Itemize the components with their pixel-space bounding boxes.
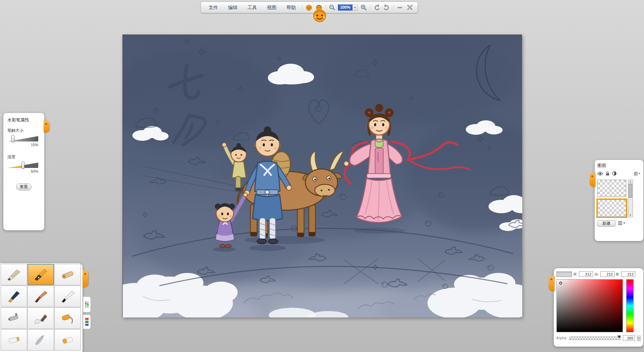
wetness-label: 湿度 [7,154,40,160]
minimize-icon[interactable] [396,3,404,11]
layers-panel: 图层 ▲ ▼ [595,160,643,241]
tool-palette-tab[interactable] [83,270,88,287]
alpha-stepper[interactable]: ▲▼ [637,336,641,341]
tool-pen-nib[interactable] [28,264,54,285]
alpha-handle[interactable] [618,336,621,338]
toolbar-separator [302,4,303,10]
menu-file[interactable]: 文件 [204,2,223,13]
tool-paint-roller[interactable] [54,307,81,329]
tool-paint-tube[interactable] [1,329,27,351]
color-panel-tab[interactable] [549,276,554,291]
brush-properties-panel: 水彩笔属性 笔触大小 15% 湿度 50% 重置 [3,113,44,230]
layer-thumbnail-2[interactable] [597,199,626,217]
layer-options-icon[interactable] [618,221,626,227]
menu-help[interactable]: 帮助 [281,2,301,13]
layers-panel-title: 图层 [597,163,641,169]
brush-panel-title: 水彩笔属性 [7,117,40,123]
alpha-input[interactable] [623,335,635,341]
layers-panel-tab[interactable] [590,173,595,187]
layer-visibility-icon[interactable] [597,171,603,177]
canvas-artwork [123,35,522,317]
new-layer-button[interactable]: 新建 [597,220,615,227]
zoom-level-field[interactable]: 100% [338,4,353,11]
layer-blend-icon[interactable] [612,171,616,177]
tool-paint-brush[interactable] [28,286,54,307]
b-input[interactable] [621,271,635,277]
wetness-slider[interactable] [7,163,38,168]
undo-icon[interactable] [373,3,381,11]
bamboo-brush-tab[interactable] [83,296,91,312]
tool-quill-pen[interactable] [28,329,54,351]
color-chips-tab[interactable] [83,314,91,329]
layer-thumbnail-1[interactable] [597,180,626,197]
layer-menu-icon[interactable] [634,171,641,177]
alpha-slider[interactable] [570,337,621,340]
toolbar-separator [393,4,393,10]
layers-scrollbar[interactable]: ▲ ▼ [628,180,633,217]
saturation-value-picker[interactable] [556,279,623,332]
menu-tools[interactable]: 工具 [243,2,262,13]
zoom-out-icon[interactable] [328,3,336,11]
zoom-dropdown-button[interactable]: ▼ [353,4,358,11]
wetness-value: 50% [7,169,38,173]
brush-size-value: 15% [7,143,38,147]
menu-edit[interactable]: 编辑 [223,2,243,13]
tool-sharp-pencil[interactable] [1,264,27,285]
brush-size-label: 笔触大小 [7,128,40,133]
redo-icon[interactable] [383,3,391,11]
tool-palette [0,263,83,352]
close-icon[interactable] [406,3,414,11]
zoom-in-icon[interactable] [360,3,368,11]
main-toolbar: 文件 编辑 工具 视图 帮助 100% ▼ [201,2,418,13]
tool-airbrush[interactable] [1,307,27,329]
mascot-icon[interactable] [312,8,327,23]
reset-button[interactable]: 重置 [16,183,32,190]
layer-lock-icon[interactable] [605,171,610,177]
tool-crayon[interactable] [54,264,81,285]
tool-palette-knife[interactable] [28,307,54,329]
app-root: 文件 编辑 工具 视图 帮助 100% ▼ [0,0,644,352]
g-input[interactable] [600,271,614,277]
brush-panel-tab[interactable] [44,120,49,132]
toolbar-separator [370,4,370,10]
menu-view[interactable]: 视图 [262,2,281,13]
tool-eraser[interactable] [54,329,81,351]
r-input[interactable] [579,271,593,277]
brush-size-slider[interactable] [7,136,38,141]
hue-slider[interactable] [626,279,634,332]
alpha-label: Alpha [556,336,568,340]
tool-fountain-pen[interactable] [1,286,27,307]
b-label: B: [616,272,620,276]
tool-ink-brush[interactable] [54,286,81,307]
color-picker-panel: R: G: B: Alpha ▲▼ [554,268,643,347]
sv-cursor[interactable] [559,282,562,285]
current-color-swatch [556,272,572,277]
drawing-canvas[interactable] [122,35,522,317]
r-label: R: [574,272,577,276]
g-label: G: [595,272,599,276]
